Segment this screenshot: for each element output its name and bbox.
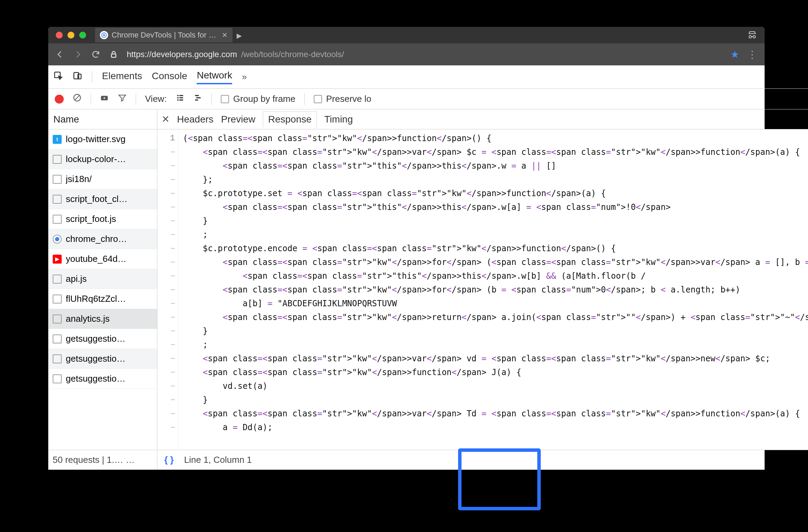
response-tab-timing[interactable]: Timing: [324, 114, 353, 125]
request-row[interactable]: ▶youtube_64d…: [49, 249, 157, 269]
request-name: getsuggestio…: [66, 353, 125, 364]
file-icon: [53, 275, 62, 284]
response-tabs: ✕ Headers Preview Response Timing: [157, 109, 808, 129]
browser-menu-button[interactable]: ⋮: [747, 49, 758, 60]
window-controls: [48, 32, 86, 39]
response-code-area[interactable]: 1————————————————————— (<span class=<spa…: [157, 129, 808, 450]
network-toolbar: View: Group by frame Preserve lo: [49, 89, 808, 109]
url-host: https://developers.google.com: [127, 50, 237, 59]
line-gutter: 1—————————————————————: [157, 129, 179, 450]
file-icon: [53, 354, 62, 363]
file-icon: [53, 315, 62, 323]
secure-icon: [109, 50, 118, 59]
request-name: api.js: [66, 274, 87, 284]
tab-strip: Chrome DevTools | Tools for … ✕ ▸: [48, 27, 765, 43]
main-content: Web SIGN IN Tools for Web Developers Pro…: [48, 65, 765, 470]
response-footer: { } Line 1, Column 1: [157, 450, 808, 470]
request-name: flUhRq6tzZcl…: [66, 294, 126, 304]
file-icon: ▶: [53, 255, 62, 264]
request-list-header[interactable]: Name: [49, 109, 157, 129]
devtools-tabs: Elements Console Network » ✕ 1 ⋮ ✕: [49, 65, 808, 89]
file-icon: [53, 334, 62, 343]
tab-elements[interactable]: Elements: [102, 71, 142, 84]
request-list-column: Name tlogo-twitter.svglockup-color-…jsi1…: [49, 109, 157, 470]
request-name: logo-twitter.svg: [66, 134, 125, 145]
request-summary: 50 requests | 1.… …: [49, 450, 157, 470]
minimize-window-button[interactable]: [68, 32, 74, 39]
svg-rect-2: [112, 54, 116, 57]
url-bar: https://developers.google.com/web/tools/…: [48, 43, 765, 65]
screenshot-icon[interactable]: [100, 93, 109, 105]
request-name: youtube_64d…: [66, 254, 126, 264]
clear-button[interactable]: [73, 93, 82, 105]
browser-window: Chrome DevTools | Tools for … ✕ ▸ https:…: [48, 27, 765, 470]
request-name: lockup-color-…: [66, 154, 126, 164]
cursor-position: Line 1, Column 1: [184, 455, 252, 465]
file-icon: [53, 175, 62, 184]
tab-favicon-icon: [100, 31, 108, 39]
request-name: chrome_chro…: [66, 234, 127, 244]
inspect-element-icon[interactable]: [53, 71, 63, 83]
group-by-frame-label: Group by frame: [233, 94, 296, 104]
zoom-window-button[interactable]: [79, 32, 86, 39]
request-row[interactable]: analytics.js: [49, 309, 157, 329]
tab-close-icon[interactable]: ✕: [222, 31, 228, 39]
file-icon: [53, 195, 62, 204]
request-row[interactable]: getsuggestio…: [49, 369, 157, 389]
request-row[interactable]: script_foot_cl…: [49, 189, 157, 209]
request-row[interactable]: chrome_chro…: [49, 229, 157, 249]
request-row[interactable]: api.js: [49, 269, 157, 289]
request-row[interactable]: jsi18n/: [49, 169, 157, 189]
more-tabs-icon[interactable]: »: [242, 72, 247, 82]
waterfall-view-icon[interactable]: [194, 93, 203, 105]
incognito-icon: [747, 30, 757, 41]
url-path: /web/tools/chrome-devtools/: [241, 50, 344, 59]
group-by-frame-checkbox[interactable]: Group by frame: [221, 94, 296, 104]
forward-button[interactable]: [73, 50, 83, 59]
response-tab-response[interactable]: Response: [263, 111, 317, 128]
record-button[interactable]: [55, 95, 64, 104]
url-field[interactable]: https://developers.google.com/web/tools/…: [127, 50, 722, 59]
tab-console[interactable]: Console: [152, 71, 187, 84]
request-row[interactable]: getsuggestio…: [49, 329, 157, 349]
request-name: analytics.js: [66, 313, 110, 324]
tab-network[interactable]: Network: [197, 70, 232, 84]
svg-point-1: [103, 34, 105, 36]
file-icon: t: [53, 135, 62, 144]
device-toggle-icon[interactable]: [73, 71, 82, 83]
request-row[interactable]: script_foot.js: [49, 209, 157, 229]
preserve-log-label: Preserve lo: [326, 94, 372, 104]
preserve-log-checkbox[interactable]: Preserve lo: [314, 94, 372, 104]
back-button[interactable]: [55, 50, 65, 59]
close-window-button[interactable]: [56, 32, 63, 39]
svg-point-9: [103, 97, 106, 99]
request-name: getsuggestio…: [66, 333, 125, 344]
tab-title: Chrome DevTools | Tools for …: [112, 31, 216, 40]
devtools-panel: Elements Console Network » ✕ 1 ⋮ ✕: [48, 65, 808, 470]
request-name: script_foot_cl…: [66, 194, 127, 204]
pretty-print-button[interactable]: { }: [164, 455, 174, 465]
filter-icon[interactable]: [118, 93, 127, 105]
request-row[interactable]: lockup-color-…: [49, 149, 157, 169]
reload-button[interactable]: [91, 50, 101, 59]
bookmark-star-icon[interactable]: ★: [731, 49, 739, 60]
request-row[interactable]: getsuggestio…: [49, 349, 157, 369]
network-split-view: Name tlogo-twitter.svglockup-color-…jsi1…: [49, 109, 808, 470]
file-icon: [53, 295, 62, 304]
request-row[interactable]: flUhRq6tzZcl…: [49, 289, 157, 309]
request-name: jsi18n/: [66, 174, 92, 184]
response-code: (<span class=<span class="str">"kw"</spa…: [179, 129, 808, 450]
file-icon: [53, 235, 62, 244]
close-response-icon[interactable]: ✕: [162, 114, 169, 125]
request-row[interactable]: tlogo-twitter.svg: [49, 129, 157, 149]
response-panel: ✕ Headers Preview Response Timing 1—————…: [157, 109, 808, 470]
request-name: getsuggestio…: [66, 373, 125, 384]
browser-tab[interactable]: Chrome DevTools | Tools for … ✕: [95, 28, 232, 42]
list-view-icon[interactable]: [176, 93, 185, 105]
response-tab-preview[interactable]: Preview: [221, 114, 256, 125]
response-tab-headers[interactable]: Headers: [177, 114, 214, 125]
new-tab-button[interactable]: ▸: [232, 29, 246, 41]
request-list[interactable]: tlogo-twitter.svglockup-color-…jsi18n/sc…: [49, 129, 157, 450]
file-icon: [53, 155, 62, 164]
file-icon: [53, 374, 62, 383]
